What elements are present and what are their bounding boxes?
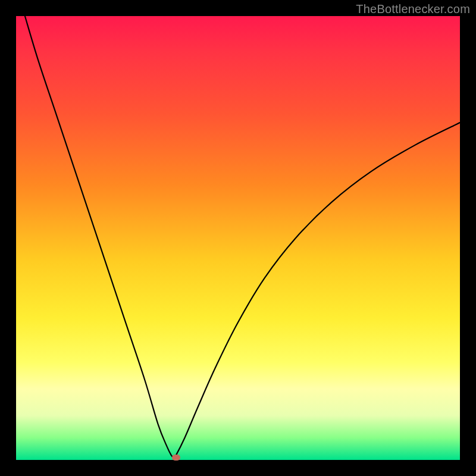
chart-frame: TheBottlenecker.com	[0, 0, 476, 476]
bottleneck-curve	[25, 16, 460, 458]
optimal-point-marker	[172, 455, 180, 461]
plot-area	[16, 16, 460, 460]
curve-layer	[16, 16, 460, 460]
watermark-text: TheBottlenecker.com	[356, 2, 470, 16]
